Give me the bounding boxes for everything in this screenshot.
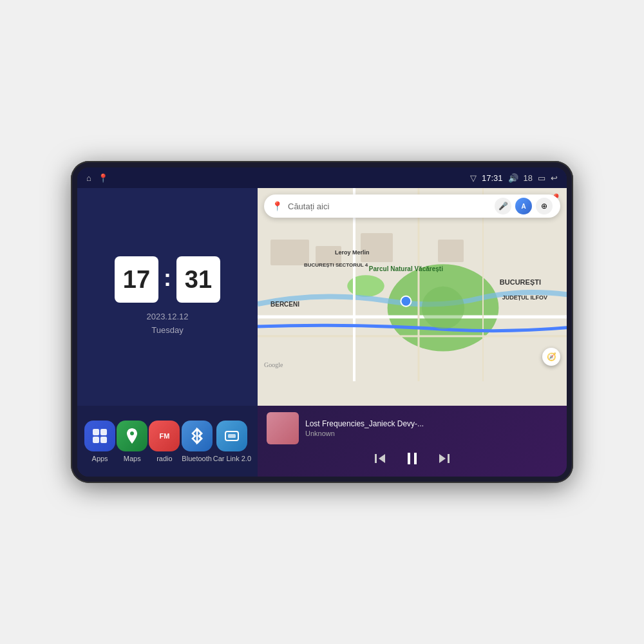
clock-minutes: 31 — [176, 256, 220, 303]
app-item-maps[interactable]: Maps — [116, 421, 148, 462]
music-player: Lost Frequencies_Janieck Devy-... Unknow… — [258, 406, 567, 477]
signal-icon: ▽ — [470, 173, 477, 183]
map-label-bucuresti: BUCUREȘTI — [500, 278, 541, 286]
clock-date: 2023.12.12 Tuesday — [146, 310, 188, 337]
map-label-leroy: Leroy Merlin — [335, 249, 370, 256]
music-text: Lost Frequencies_Janieck Devy-... Unknow… — [305, 419, 558, 437]
radio-icon: FM — [149, 421, 180, 451]
device-outer: ⌂ 📍 ▽ 17:31 🔊 18 ▭ ↩ 17 : — [71, 161, 573, 483]
map-search-actions: 🎤 A ⊕ — [495, 198, 553, 214]
app-label-carlink: Car Link 2.0 — [213, 455, 251, 462]
map-search-placeholder: Căutați aici — [288, 202, 489, 211]
map-search-bar[interactable]: 📍 Căutați aici 🎤 A ⊕ — [264, 194, 560, 218]
left-panel: 17 : 31 2023.12.12 Tuesday — [77, 188, 258, 477]
volume-level: 18 — [524, 173, 533, 183]
svg-rect-3 — [100, 437, 107, 443]
app-label-apps: Apps — [92, 455, 108, 462]
play-pause-button[interactable] — [404, 451, 420, 466]
svg-marker-20 — [379, 454, 385, 463]
maps-icon — [117, 421, 147, 451]
app-label-maps: Maps — [124, 455, 141, 462]
map-compass[interactable]: 🧭 — [542, 348, 560, 366]
map-label-park: Parcul Natural Văcărești — [369, 265, 443, 272]
clock-display: 17 : 31 — [115, 256, 220, 303]
music-controls — [267, 451, 558, 466]
bluetooth-icon — [182, 421, 213, 451]
next-button[interactable] — [438, 452, 451, 465]
svg-point-19 — [401, 296, 411, 307]
layers-button[interactable]: ⊕ — [536, 198, 553, 214]
svg-rect-25 — [448, 454, 450, 463]
app-dock: Apps Maps FM radi — [77, 406, 258, 477]
music-artist: Unknown — [305, 430, 558, 437]
svg-rect-22 — [408, 453, 410, 464]
music-title: Lost Frequencies_Janieck Devy-... — [305, 419, 558, 428]
svg-point-8 — [347, 275, 384, 297]
svg-rect-0 — [93, 429, 99, 435]
svg-rect-17 — [438, 240, 464, 262]
app-label-bluetooth: Bluetooth — [182, 455, 211, 462]
carlink-icon — [216, 421, 247, 451]
app-item-apps[interactable]: Apps — [84, 421, 116, 462]
svg-rect-16 — [361, 233, 393, 262]
app-item-radio[interactable]: FM radio — [148, 421, 180, 462]
svg-marker-24 — [439, 454, 446, 463]
svg-rect-2 — [93, 437, 99, 443]
right-panel: TRAPEZULUI BUCUREȘTI JUDEȚUL ILFOV BERCE… — [258, 188, 567, 477]
map-background: TRAPEZULUI BUCUREȘTI JUDEȚUL ILFOV BERCE… — [258, 188, 567, 406]
clock-hours: 17 — [115, 256, 158, 303]
google-logo: Google — [264, 361, 283, 368]
apps-icon — [84, 421, 115, 451]
account-button[interactable]: A — [515, 198, 532, 214]
maps-pin-icon: 📍 — [272, 201, 283, 211]
album-art-image — [267, 412, 299, 444]
map-label-berceni: BERCENI — [270, 301, 299, 308]
music-info: Lost Frequencies_Janieck Devy-... Unknow… — [267, 412, 558, 444]
prev-button[interactable] — [374, 452, 386, 465]
map-label-sectorul: BUCUREȘTI SECTORUL 4 — [304, 262, 368, 268]
location-icon[interactable]: 📍 — [98, 173, 108, 183]
album-art — [267, 412, 299, 444]
back-icon[interactable]: ↩ — [551, 173, 558, 183]
svg-rect-1 — [100, 429, 107, 435]
status-bar: ⌂ 📍 ▽ 17:31 🔊 18 ▭ ↩ — [77, 167, 567, 188]
svg-rect-23 — [414, 453, 417, 464]
map-label-ilfov: JUDEȚUL ILFOV — [502, 294, 547, 301]
app-label-radio: radio — [156, 455, 172, 462]
device-screen: ⌂ 📍 ▽ 17:31 🔊 18 ▭ ↩ 17 : — [77, 167, 567, 477]
status-right: ▽ 17:31 🔊 18 ▭ ↩ — [470, 173, 558, 183]
svg-point-18 — [422, 287, 464, 329]
svg-rect-5 — [228, 434, 236, 438]
app-item-carlink[interactable]: Car Link 2.0 — [213, 421, 251, 462]
battery-icon: ▭ — [538, 173, 545, 183]
mic-button[interactable]: 🎤 — [495, 198, 511, 214]
app-item-bluetooth[interactable]: Bluetooth — [181, 421, 213, 462]
svg-rect-14 — [270, 240, 309, 265]
status-time: 17:31 — [482, 173, 503, 183]
clock-widget: 17 : 31 2023.12.12 Tuesday — [77, 188, 258, 406]
map-area[interactable]: TRAPEZULUI BUCUREȘTI JUDEȚUL ILFOV BERCE… — [258, 188, 567, 406]
volume-icon[interactable]: 🔊 — [508, 173, 518, 183]
svg-rect-21 — [375, 454, 377, 463]
clock-colon: : — [164, 265, 171, 292]
main-content: 17 : 31 2023.12.12 Tuesday — [77, 188, 567, 477]
home-icon[interactable]: ⌂ — [86, 173, 91, 183]
status-left: ⌂ 📍 — [86, 173, 108, 183]
